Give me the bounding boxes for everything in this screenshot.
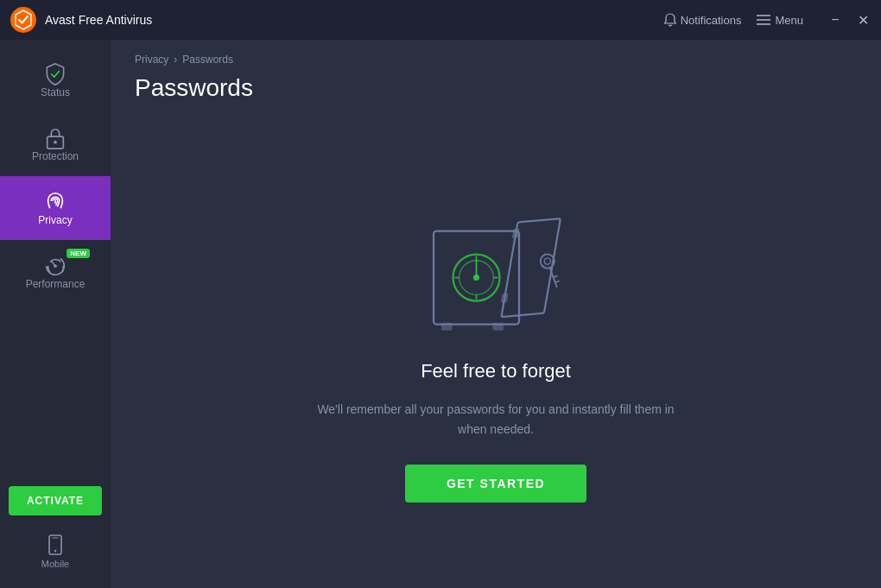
sidebar-status-label: Status xyxy=(41,86,70,98)
activate-button[interactable]: ACTIVATE xyxy=(9,486,102,515)
breadcrumb: Privacy › Passwords xyxy=(111,40,881,71)
breadcrumb-current: Passwords xyxy=(182,54,233,66)
mobile-icon xyxy=(48,534,63,555)
sidebar: Status Protection Privacy NEW xyxy=(0,40,111,588)
svg-rect-19 xyxy=(492,323,504,331)
svg-point-2 xyxy=(54,141,57,144)
fingerprint-icon xyxy=(43,190,67,214)
notifications-label: Notifications xyxy=(681,14,742,27)
avast-logo xyxy=(10,7,36,33)
sidebar-mobile-label: Mobile xyxy=(41,559,69,569)
safe-illustration xyxy=(418,205,574,343)
page-title: Passwords xyxy=(111,71,881,119)
sidebar-item-status[interactable]: Status xyxy=(0,48,111,112)
hero-title: Feel free to forget xyxy=(421,360,571,383)
sidebar-item-protection[interactable]: Protection xyxy=(0,112,111,176)
svg-point-17 xyxy=(473,275,479,281)
app-title: Avast Free Antivirus xyxy=(45,13,664,27)
svg-point-21 xyxy=(543,257,551,265)
sidebar-privacy-label: Privacy xyxy=(38,214,72,226)
sidebar-item-privacy[interactable]: Privacy xyxy=(0,176,111,240)
sidebar-item-performance[interactable]: NEW Performance xyxy=(0,240,111,304)
titlebar: Avast Free Antivirus Notifications Menu … xyxy=(0,0,881,40)
hero-description: We'll remember all your passwords for yo… xyxy=(314,400,677,439)
menu-label: Menu xyxy=(775,14,803,27)
svg-point-6 xyxy=(54,550,56,552)
svg-rect-18 xyxy=(441,323,453,331)
minimize-button[interactable]: − xyxy=(827,12,843,28)
menu-icon xyxy=(757,15,770,25)
content-body: Feel free to forget We'll remember all y… xyxy=(111,119,881,588)
sidebar-performance-label: Performance xyxy=(26,278,86,290)
bell-icon xyxy=(664,13,676,27)
breadcrumb-separator: › xyxy=(174,54,177,66)
shield-icon xyxy=(43,62,67,86)
content-area: Privacy › Passwords Passwords xyxy=(111,40,881,588)
menu-button[interactable]: Menu xyxy=(757,14,803,27)
sidebar-protection-label: Protection xyxy=(32,150,79,162)
new-badge: NEW xyxy=(67,249,90,258)
close-button[interactable]: ✕ xyxy=(855,12,871,28)
main-layout: Status Protection Privacy NEW xyxy=(0,40,881,588)
svg-point-4 xyxy=(54,264,57,268)
lock-icon xyxy=(44,126,67,150)
sidebar-item-mobile[interactable]: Mobile xyxy=(0,524,111,579)
gauge-icon xyxy=(43,254,67,278)
get-started-button[interactable]: GET STARTED xyxy=(405,465,586,503)
breadcrumb-parent: Privacy xyxy=(135,54,168,66)
window-controls: − ✕ xyxy=(827,12,871,28)
svg-rect-10 xyxy=(501,293,509,303)
notifications-button[interactable]: Notifications xyxy=(664,13,742,27)
titlebar-actions: Notifications Menu − ✕ xyxy=(664,12,871,28)
